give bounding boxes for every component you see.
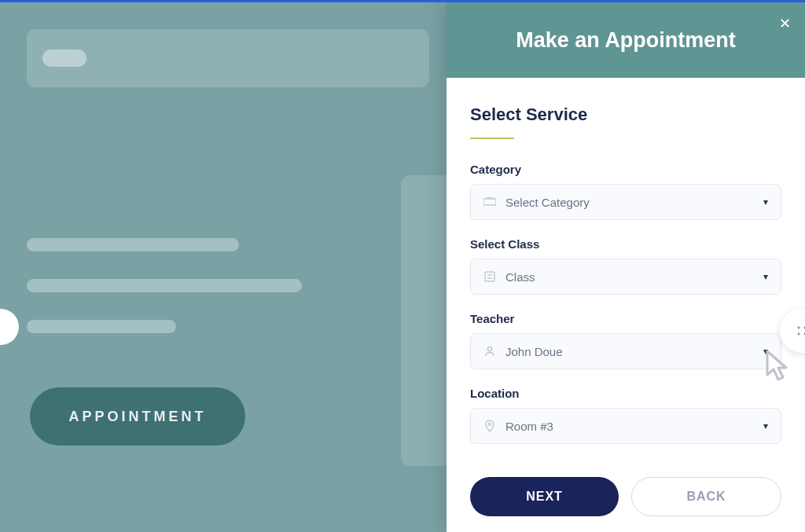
chevron-down-icon: ▾ [763, 420, 768, 431]
class-icon [483, 271, 496, 282]
class-label: Select Class [470, 237, 781, 251]
placeholder-line [27, 238, 239, 251]
svg-point-5 [488, 423, 491, 425]
drawer-footer: NEXT BACK [447, 477, 805, 532]
drawer-header: Make an Appointment ✕ [447, 2, 805, 78]
category-select[interactable]: Select Category ▾ [470, 184, 781, 220]
chevron-down-icon: ▾ [763, 271, 768, 282]
location-icon [483, 420, 496, 432]
svg-point-4 [487, 347, 491, 350]
category-icon [483, 197, 496, 207]
svg-point-6 [798, 327, 800, 329]
placeholder-card-top [27, 29, 429, 87]
close-icon[interactable]: ✕ [776, 13, 794, 34]
appointment-button[interactable]: APPOINTMENT [30, 387, 245, 446]
chevron-down-icon: ▾ [763, 346, 768, 357]
next-button-label: NEXT [526, 490, 563, 504]
location-select[interactable]: Room #3 ▾ [470, 408, 781, 444]
svg-rect-0 [483, 199, 496, 205]
placeholder-line [27, 320, 176, 333]
class-select[interactable]: Class ▾ [470, 259, 781, 295]
back-button-label: BACK [686, 490, 726, 504]
appointment-drawer: Make an Appointment ✕ Select Service Cat… [447, 2, 805, 532]
person-icon [483, 346, 496, 357]
drawer-body: Select Service Category Select Category … [447, 78, 805, 477]
chevron-down-icon: ▾ [763, 196, 768, 207]
class-value: Class [505, 270, 535, 284]
location-label: Location [470, 387, 781, 400]
location-value: Room #3 [505, 420, 553, 433]
appointment-button-label: APPOINTMENT [68, 409, 206, 425]
category-value: Select Category [505, 196, 590, 209]
teacher-select[interactable]: John Doue ▾ [470, 333, 781, 369]
category-label: Category [470, 163, 781, 176]
back-button[interactable]: BACK [631, 477, 781, 516]
next-button[interactable]: NEXT [470, 477, 619, 516]
placeholder-line [27, 279, 302, 292]
svg-point-8 [798, 333, 800, 336]
drawer-title: Make an Appointment [516, 28, 736, 53]
teacher-label: Teacher [470, 312, 781, 325]
section-underline [470, 138, 514, 139]
section-title: Select Service [470, 105, 781, 125]
svg-rect-1 [485, 272, 494, 281]
teacher-value: John Doue [505, 345, 563, 358]
